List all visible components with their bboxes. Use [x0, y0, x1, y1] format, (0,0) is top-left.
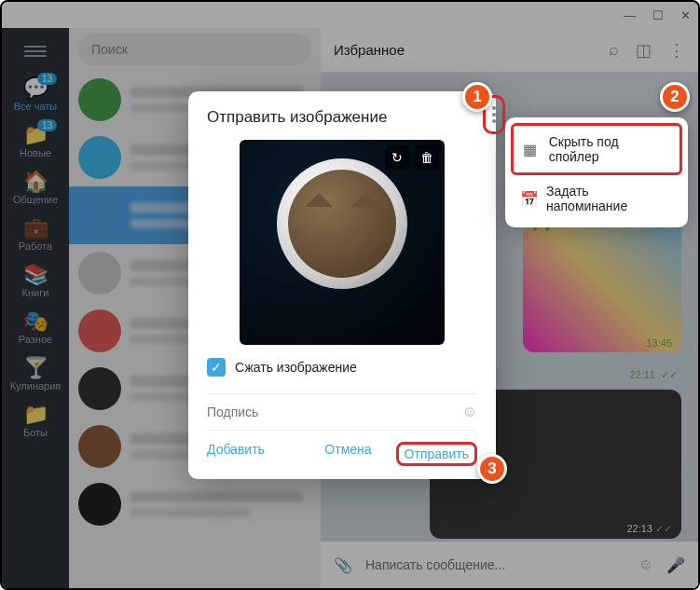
add-button[interactable]: Добавить	[207, 442, 265, 466]
rotate-icon[interactable]: ↻	[385, 145, 409, 170]
menu-item-spoiler[interactable]: ▦ Скрыть под спойлер	[511, 123, 682, 175]
modal-title: Отправить изображение	[207, 108, 477, 127]
send-button[interactable]: Отправить	[396, 442, 477, 466]
callout-1: 1	[462, 82, 492, 112]
context-menu: ▦ Скрыть под спойлер 📅 Задать напоминани…	[505, 117, 688, 227]
send-image-modal: Отправить изображение ↻ 🗑 ✓ Сжать изобра…	[188, 91, 496, 479]
compress-checkbox-row[interactable]: ✓ Сжать изображение	[207, 358, 477, 377]
checkbox-checked-icon[interactable]: ✓	[207, 358, 226, 377]
cancel-button[interactable]: Отмена	[324, 442, 371, 466]
caption-input[interactable]	[207, 405, 462, 419]
spoiler-icon: ▦	[523, 141, 540, 158]
callout-2: 2	[660, 82, 690, 112]
image-preview[interactable]: ↻ 🗑	[240, 140, 445, 345]
calendar-icon: 📅	[520, 190, 537, 208]
callout-3: 3	[477, 454, 507, 484]
cat-astronaut-image	[272, 158, 412, 326]
vertical-dots-icon	[492, 106, 496, 123]
delete-icon[interactable]: 🗑	[415, 145, 439, 170]
menu-item-reminder[interactable]: 📅 Задать напоминание	[511, 175, 682, 222]
emoji-icon[interactable]: ☺	[462, 404, 477, 420]
